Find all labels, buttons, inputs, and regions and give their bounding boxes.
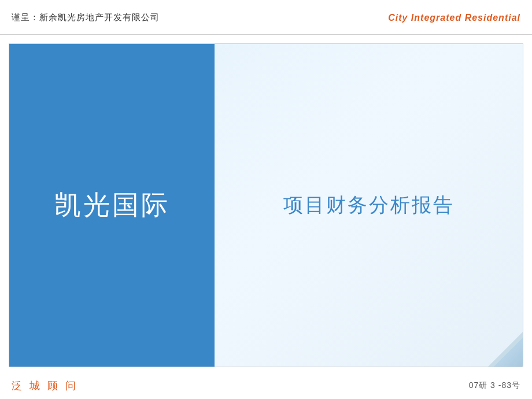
footer: 泛 城 顾 问 07研 3 -83号 [0, 373, 532, 399]
header-company-name: 新余凯光房地产开发有限公司 [39, 12, 160, 22]
page-curl-decoration [488, 332, 523, 367]
left-panel: 凯光国际 [9, 44, 215, 367]
header-company: 谨呈：新余凯光房地产开发有限公司 [12, 12, 160, 23]
header-label-prefix: 谨呈： [12, 12, 39, 22]
header: 谨呈：新余凯光房地产开发有限公司 City Integrated Residen… [0, 0, 532, 35]
footer-document-number: 07研 3 -83号 [469, 380, 520, 391]
footer-consultant: 泛 城 顾 问 [12, 379, 78, 393]
slide-container: 凯光国际 项目财务分析报告 [9, 43, 523, 367]
right-panel: 项目财务分析报告 [215, 44, 523, 367]
left-title: 凯光国际 [54, 187, 170, 223]
header-brand: City Integrated Residential [388, 13, 520, 23]
page-wrapper: 谨呈：新余凯光房地产开发有限公司 City Integrated Residen… [0, 0, 532, 399]
right-title: 项目财务分析报告 [283, 192, 455, 219]
main-content: 凯光国际 项目财务分析报告 [0, 35, 532, 373]
